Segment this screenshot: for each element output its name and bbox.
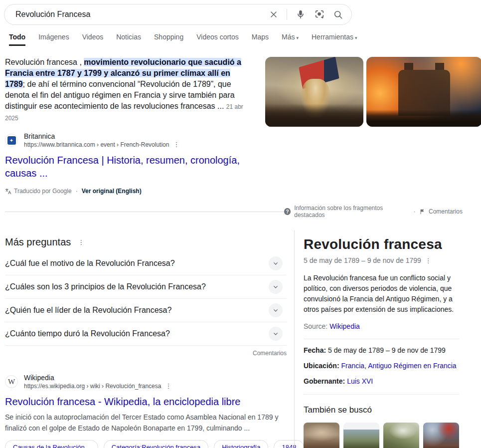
chip-historiografia[interactable]: Historiografía xyxy=(214,440,268,448)
snippet-image-bastille[interactable] xyxy=(366,57,481,127)
related-card-guerras-revolucionarias[interactable]: Guerras revolucionarias francesas xyxy=(383,423,419,448)
search-result-wikipedia: W Wikipedia https://es.wikipedia.org › w… xyxy=(5,373,287,448)
related-card-bastilla[interactable]: Toma de la Bastilla xyxy=(304,423,339,448)
related-thumbnail xyxy=(383,423,419,448)
kp-related-title: También se buscó xyxy=(304,405,472,415)
search-header: Todo Imágenes Videos Noticias Shopping V… xyxy=(0,0,481,46)
result-snippet: Se inició con la autoproclamación del Te… xyxy=(5,412,287,434)
tab-videos[interactable]: Videos xyxy=(82,33,104,46)
google-lens-icon[interactable] xyxy=(314,9,325,20)
snippet-result-title[interactable]: Revolución Francesa | Historia, resumen,… xyxy=(5,154,250,180)
chip-causas[interactable]: Causas de la Revolución... xyxy=(5,440,98,448)
help-icon[interactable]: ? xyxy=(284,208,291,215)
translate-icon xyxy=(5,188,11,195)
tab-imagenes[interactable]: Imágenes xyxy=(38,33,69,46)
related-thumbnail xyxy=(343,423,379,448)
translate-row: Traducido por Google · Ver original (Eng… xyxy=(5,188,250,195)
britannica-favicon: ✦ xyxy=(5,134,18,147)
mic-icon[interactable] xyxy=(295,9,306,20)
kp-title: Revolución francesa xyxy=(304,236,472,252)
search-icon[interactable] xyxy=(333,9,343,20)
about-snippets-link[interactable]: Información sobre los fragmentos destaca… xyxy=(294,205,410,219)
chip-categoria[interactable]: Categoría:Revolución francesa xyxy=(104,440,209,448)
searchbar-divider xyxy=(287,9,287,20)
chevron-down-icon: ▾ xyxy=(355,35,357,40)
kp-source-link[interactable]: Wikipedia xyxy=(329,322,360,330)
paa-question[interactable]: ¿Cuánto tiempo duró la Revolución France… xyxy=(5,322,287,346)
kp-description: La Revolución francesa fue un conflicto … xyxy=(304,273,464,315)
expand-chevron-icon[interactable] xyxy=(269,327,283,341)
britannica-logo-icon: ✦ xyxy=(7,136,16,145)
divider xyxy=(5,212,284,212)
tools-button[interactable]: Herramientas▾ xyxy=(312,33,357,46)
search-bar[interactable] xyxy=(4,4,352,25)
chevron-down-icon: ▾ xyxy=(296,35,299,40)
expand-chevron-icon[interactable] xyxy=(269,256,283,270)
featured-snippet-block: Revolución francesa , movimiento revoluc… xyxy=(5,57,481,195)
result-title[interactable]: Revolución francesa - Wikipedia, la enci… xyxy=(5,395,287,408)
paa-title: Más preguntas xyxy=(5,236,71,248)
tab-todo[interactable]: Todo xyxy=(9,33,25,46)
related-card-napoleonicas[interactable]: Guerras napoleónicas xyxy=(343,423,379,448)
more-options-icon[interactable]: ⋮ xyxy=(165,382,171,390)
kp-link-luis-xvi[interactable]: Luis XVI xyxy=(347,377,373,385)
paa-question[interactable]: ¿Quién fue el líder de la Revolución Fra… xyxy=(5,299,287,322)
more-options-icon[interactable]: ⋮ xyxy=(173,141,179,149)
sitelink-chips: Causas de la Revolución... Categoría:Rev… xyxy=(5,440,287,448)
source-url: https://www.britannica.com › event › Fre… xyxy=(24,141,169,149)
kp-fact-gobernante: Gobernante: Luis XVI xyxy=(304,377,472,386)
more-options-icon[interactable]: ⋮ xyxy=(78,238,84,246)
wikipedia-logo-icon: W xyxy=(8,378,15,386)
related-thumbnail xyxy=(304,423,339,448)
snippet-footer: ? Información sobre los fragmentos desta… xyxy=(0,205,481,219)
kp-fact-ubicacion: Ubicación: Francia, Antiguo Régimen en F… xyxy=(304,361,472,370)
search-tabs: Todo Imágenes Videos Noticias Shopping V… xyxy=(9,33,355,46)
tab-videos-cortos[interactable]: Videos cortos xyxy=(196,33,239,46)
expand-chevron-icon[interactable] xyxy=(269,280,283,294)
kp-subtitle: 5 de may de 1789 – 9 de nov de 1799 xyxy=(304,256,421,264)
feedback-flag-icon xyxy=(419,209,425,215)
view-original-link[interactable]: Ver original (English) xyxy=(82,188,142,195)
search-input[interactable] xyxy=(14,9,269,19)
snippet-source[interactable]: ✦ Britannica https://www.britannica.com … xyxy=(5,132,250,149)
result-source[interactable]: W Wikipedia https://es.wikipedia.org › w… xyxy=(5,373,287,390)
kp-link-francia[interactable]: Francia xyxy=(341,362,364,370)
knowledge-panel: Revolución francesa 5 de may de 1789 – 9… xyxy=(294,230,481,448)
divider xyxy=(304,394,459,395)
snippet-image-liberty[interactable] xyxy=(265,57,363,127)
related-thumbnail xyxy=(423,423,459,448)
tab-shopping[interactable]: Shopping xyxy=(154,33,183,46)
kp-related-carousel: Toma de la Bastilla Guerras napoleónicas… xyxy=(304,423,472,448)
more-options-icon[interactable]: ⋮ xyxy=(425,257,432,264)
source-site-name: Britannica xyxy=(24,132,179,141)
kp-fact-fecha: Fecha: 5 de may de 1789 – 9 de nov de 17… xyxy=(304,346,472,355)
paa-question[interactable]: ¿Cuáles son los 3 principios de la Revol… xyxy=(5,275,287,299)
wikipedia-favicon: W xyxy=(5,375,18,388)
people-also-ask: ¿Cuál fue el motivo de la Revolución Fra… xyxy=(5,252,287,346)
tab-mas[interactable]: Más▾ xyxy=(282,33,299,46)
paa-question[interactable]: ¿Cuál fue el motivo de la Revolución Fra… xyxy=(5,252,287,275)
snippet-feedback-link[interactable]: Comentarios xyxy=(429,208,463,215)
related-card-revolucion-1830[interactable]: Revolución de 1830 xyxy=(423,423,459,448)
clear-search-icon[interactable] xyxy=(269,9,279,19)
tab-noticias[interactable]: Noticias xyxy=(116,33,141,46)
expand-chevron-icon[interactable] xyxy=(269,303,283,317)
translated-label: Traducido por Google xyxy=(14,188,72,195)
kp-link-antiguo-regimen[interactable]: Antiguo Régimen en Francia xyxy=(368,362,456,370)
featured-snippet-text: Revolución francesa , movimiento revoluc… xyxy=(5,57,250,124)
divider xyxy=(304,339,459,339)
tab-maps[interactable]: Maps xyxy=(252,33,269,46)
paa-feedback-link[interactable]: Comentarios xyxy=(5,346,287,357)
